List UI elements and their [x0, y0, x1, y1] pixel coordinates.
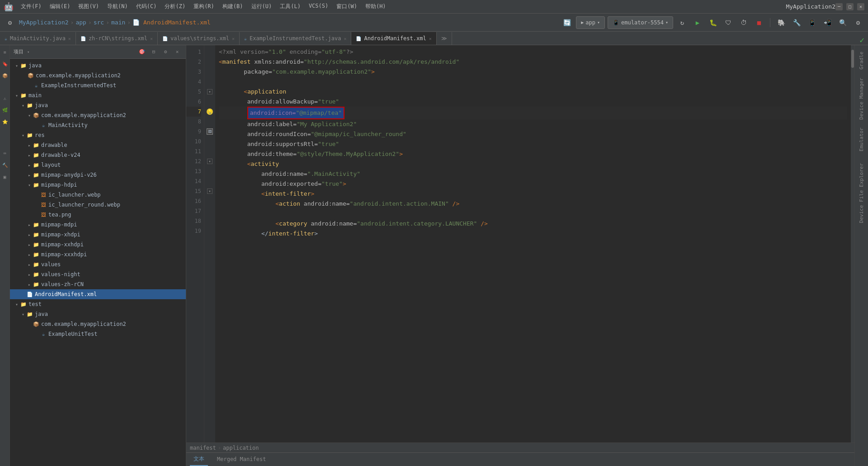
tree-mipmap-anydpi[interactable]: 📁 mipmap-anydpi-v26: [10, 170, 186, 180]
menu-file[interactable]: 文件(F): [17, 2, 45, 11]
breadcrumb-file[interactable]: 📄 AndroidManifest.xml: [132, 19, 211, 26]
problems-icon[interactable]: ⚠: [0, 93, 10, 103]
maximize-button[interactable]: □: [846, 3, 854, 10]
device-file-explorer-label[interactable]: Device File Explorer: [857, 160, 866, 226]
scroll-thumb[interactable]: [851, 50, 854, 68]
run-icon[interactable]: ▶: [691, 16, 704, 29]
gutter-5[interactable]: ▾: [204, 87, 215, 97]
tree-values[interactable]: 📁 values: [10, 259, 186, 269]
tree-exampleunit[interactable]: ☕ ExampleUnitTest: [10, 329, 186, 339]
variants-icon[interactable]: ▣: [0, 172, 10, 182]
tree-androidmanifest[interactable]: 📄 AndroidManifest.xml: [10, 289, 186, 299]
coverage-icon[interactable]: 🛡: [722, 16, 735, 29]
collapse-icon[interactable]: ⊟: [149, 47, 159, 57]
run-config-button[interactable]: ▶ app ▾: [576, 16, 605, 29]
breadcrumb-application[interactable]: application: [223, 445, 259, 451]
resource-icon[interactable]: 📦: [0, 71, 10, 80]
code-content[interactable]: <?xml version="1.0" encoding="utf-8"?> <…: [215, 45, 851, 442]
tree-mipmap-mdpi[interactable]: 📁 mipmap-mdpi: [10, 220, 186, 230]
tree-values-night[interactable]: 📁 values-night: [10, 269, 186, 279]
tab-strings-zh[interactable]: 📄 zh-rCN\strings.xml ✕: [76, 32, 158, 45]
sidebar-dropdown-arrow[interactable]: ▾: [27, 50, 29, 54]
tree-mipmap-hdpi[interactable]: 📁 mipmap-hdpi: [10, 180, 186, 190]
tree-main-package[interactable]: 📦 com.example.myapplication2: [10, 110, 186, 120]
sync-icon[interactable]: 🔄: [561, 16, 573, 29]
menu-tools[interactable]: 工具(L): [276, 2, 304, 11]
tab-overflow[interactable]: ≫: [437, 32, 452, 45]
device-manager-icon[interactable]: 📱: [806, 16, 818, 29]
scope-icon[interactable]: 🎯: [137, 47, 147, 57]
tab-strings[interactable]: 📄 values\strings.xml ✕: [158, 32, 240, 45]
tab-close-strings[interactable]: ✕: [232, 36, 235, 41]
git-icon[interactable]: 🌿: [0, 105, 10, 115]
tree-mipmap-xhdpi[interactable]: 📁 mipmap-xhdpi: [10, 230, 186, 240]
avd-icon[interactable]: 📲: [821, 16, 834, 29]
breadcrumb-src[interactable]: src: [94, 19, 104, 26]
menu-help[interactable]: 帮助(H): [362, 2, 390, 11]
tree-drawable-v24[interactable]: 📁 drawable-v24: [10, 150, 186, 160]
menu-edit[interactable]: 编辑(E): [46, 2, 74, 11]
vertical-scrollbar[interactable]: [851, 45, 854, 442]
tree-test-java[interactable]: 📁 java: [10, 309, 186, 319]
tab-example-test[interactable]: ☕ ExampleInstrumentedTest.java ✕: [240, 32, 351, 45]
emulator-panel-label[interactable]: Emulator: [857, 125, 866, 154]
settings-icon[interactable]: ⚙: [852, 16, 864, 29]
hide-icon[interactable]: ✕: [172, 47, 182, 57]
menu-run[interactable]: 运行(U): [248, 2, 276, 11]
debug-icon[interactable]: 🐛: [707, 16, 719, 29]
tree-res[interactable]: 📁 res: [10, 130, 186, 140]
settings2-icon[interactable]: ⚙: [160, 47, 170, 57]
build-icon[interactable]: 🔨: [0, 160, 10, 170]
tab-close-manifest[interactable]: ✕: [429, 36, 432, 41]
breadcrumb-main[interactable]: main: [111, 19, 125, 26]
tree-java[interactable]: 📁 java: [10, 61, 186, 71]
breadcrumb-project[interactable]: MyApplication2: [19, 19, 69, 26]
gutter-12[interactable]: ▾: [204, 156, 215, 166]
tree-main[interactable]: 📁 main: [10, 90, 186, 100]
search-icon[interactable]: 🔍: [836, 16, 849, 29]
tree-com-test[interactable]: 📦 com.example.myapplication2: [10, 71, 186, 80]
favorites-icon[interactable]: ⭐: [0, 117, 10, 127]
terminal-icon[interactable]: ⌨: [0, 148, 10, 158]
gradle-panel-label[interactable]: Gradle: [857, 49, 866, 72]
profile-icon[interactable]: ⏱: [737, 16, 750, 29]
gradle-icon[interactable]: 🐘: [775, 16, 788, 29]
tree-mainactivity[interactable]: ☕ MainActivity: [10, 120, 186, 130]
menu-window[interactable]: 窗口(W): [333, 2, 361, 11]
project-icon[interactable]: ≡: [0, 47, 10, 57]
bookmark-icon[interactable]: 🔖: [0, 59, 10, 69]
tree-ic-launcher-round[interactable]: 🖼 ic_launcher_round.webp: [10, 200, 186, 210]
tree-test[interactable]: 📁 test: [10, 299, 186, 309]
gutter-15[interactable]: ▾: [204, 186, 215, 196]
tree-ic-launcher-webp[interactable]: 🖼 ic_launcher.webp: [10, 190, 186, 200]
menu-code[interactable]: 代码(C): [132, 2, 160, 11]
breadcrumb-manifest[interactable]: manifest: [190, 445, 216, 451]
tree-mipmap-xxxhdpi[interactable]: 📁 mipmap-xxxhdpi: [10, 249, 186, 259]
toolbar-icon-1[interactable]: ⚙: [4, 16, 16, 29]
menu-refactor[interactable]: 重构(R): [190, 2, 218, 11]
tab-mainactivity[interactable]: ☕ MainActivity.java ✕: [0, 32, 76, 45]
menu-navigate[interactable]: 导航(N): [104, 2, 132, 11]
tab-close-strings-zh[interactable]: ✕: [150, 36, 153, 41]
tree-mipmap-xxhdpi[interactable]: 📁 mipmap-xxhdpi: [10, 240, 186, 249]
device-manager-panel-label[interactable]: Device Manager: [857, 75, 866, 122]
tab-text[interactable]: 文本: [190, 453, 208, 466]
tree-test-package[interactable]: 📦 com.example.myapplication2: [10, 319, 186, 329]
menu-analyze[interactable]: 分析(Z): [161, 2, 189, 11]
gutter-7-bulb[interactable]: 💡: [204, 107, 215, 117]
tree-tea-png[interactable]: 🖼 tea.png: [10, 210, 186, 220]
menu-view[interactable]: 视图(V): [75, 2, 103, 11]
emulator-button[interactable]: 📱 emulator-5554 ▾: [608, 16, 673, 29]
tab-merged-manifest[interactable]: Merged Manifest: [213, 453, 269, 466]
tab-close-example-test[interactable]: ✕: [344, 36, 346, 41]
tab-close-mainactivity[interactable]: ✕: [68, 36, 71, 41]
sdk-icon[interactable]: 🔧: [790, 16, 803, 29]
menu-build[interactable]: 构建(B): [219, 2, 247, 11]
stop-icon[interactable]: ■: [753, 16, 765, 29]
tree-values-zh[interactable]: 📁 values-zh-rCN: [10, 279, 186, 289]
tab-androidmanifest[interactable]: 📄 AndroidManifest.xml ✕: [351, 32, 436, 45]
gutter-9-img[interactable]: 🖼: [204, 127, 215, 137]
tree-example-test[interactable]: ☕ ExampleInstrumentedTest: [10, 80, 186, 90]
tree-drawable[interactable]: 📁 drawable: [10, 140, 186, 150]
menu-vcs[interactable]: VCS(S): [305, 2, 332, 11]
